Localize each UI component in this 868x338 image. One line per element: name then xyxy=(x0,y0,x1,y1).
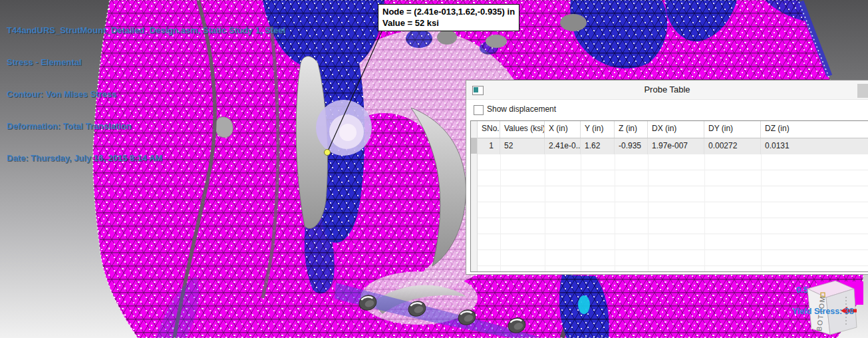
smooth-blob xyxy=(560,14,587,31)
cell-y: 1.62 xyxy=(581,138,615,154)
cell-x: 2.41e-0... xyxy=(545,138,581,154)
annotation-contour: Contour: Von Mises Stress xyxy=(7,89,285,100)
low-stress-blob xyxy=(406,29,432,48)
cell-dy: 0.00272 xyxy=(704,138,761,154)
column-header[interactable]: DY (in) xyxy=(704,121,761,138)
column-header[interactable]: Y (in) xyxy=(581,121,615,138)
column-divider xyxy=(615,154,615,271)
smooth-blob xyxy=(486,35,507,48)
annotation-result-type: Stress - Elemental xyxy=(7,57,285,68)
probe-results-table[interactable]: SNo. Values (ksi) X (in) Y (in) Z (in) D… xyxy=(470,120,868,272)
annotation-deformation: Deformation: Total Translation xyxy=(7,121,285,132)
result-annotation-block: T44andURS_StrutMount_Detailed_Design.asm… xyxy=(7,4,285,185)
column-header[interactable]: X (in) xyxy=(545,121,581,138)
smooth-blob xyxy=(437,30,457,45)
column-header[interactable]: Z (in) xyxy=(615,121,648,138)
table-empty-area xyxy=(478,154,868,271)
column-divider xyxy=(545,154,545,271)
cell-z: -0.935 xyxy=(615,138,648,154)
probe-tooltip-value-line: Value = 52 ksi xyxy=(382,17,515,29)
dialog-title: Probe Table xyxy=(466,84,868,94)
legend-value-fragment-left: 0.5 xyxy=(796,285,808,295)
annotation-date: Date: Thursday, July 16, 2015 8:14 AM xyxy=(7,153,285,164)
cell-sno: 1 xyxy=(478,138,500,154)
transition-contour xyxy=(339,124,357,141)
column-divider xyxy=(648,154,649,271)
cell-dz: 0.0131 xyxy=(761,138,868,154)
column-divider xyxy=(581,154,581,271)
annotation-model-title: T44andURS_StrutMount_Detailed_Design.asm… xyxy=(7,25,285,36)
column-header[interactable]: Values (ksi) xyxy=(500,121,545,138)
cell-dx: 1.97e-007 xyxy=(648,138,704,154)
yield-stress-label: Yield Stress: 38 xyxy=(792,307,854,316)
probe-table-dialog: Probe Table Show displacement SNo. Value… xyxy=(466,80,868,275)
table-row-header-strip xyxy=(471,121,478,271)
show-displacement-checkbox[interactable] xyxy=(474,105,484,115)
show-displacement-label[interactable]: Show displacement xyxy=(487,104,556,114)
close-button[interactable] xyxy=(857,84,868,98)
probe-tooltip: Node = (2.41e-013,1.62,-0.935) in Value … xyxy=(378,4,519,31)
cell-values: 52 xyxy=(500,138,545,154)
column-divider xyxy=(761,154,762,271)
column-divider xyxy=(500,154,501,271)
table-header-row[interactable]: SNo. Values (ksi) X (in) Y (in) Z (in) D… xyxy=(478,121,868,138)
probe-tooltip-node-line: Node = (2.41e-013,1.62,-0.935) in xyxy=(382,6,515,17)
column-header[interactable]: SNo. xyxy=(478,121,500,138)
column-divider xyxy=(704,154,705,271)
column-header[interactable]: DZ (in) xyxy=(761,121,868,138)
column-header[interactable]: DX (in) xyxy=(648,121,704,138)
probe-marker xyxy=(325,150,331,156)
table-row[interactable]: 1 52 2.41e-0... 1.62 -0.935 1.97e-007 0.… xyxy=(478,138,868,154)
fea-application-viewport: 0.5 8 BOTTOM Yield Stress: 38 T44andURS_… xyxy=(0,0,868,338)
probe-table-titlebar[interactable]: Probe Table xyxy=(466,81,868,100)
min-stress-spot-cyan xyxy=(578,295,590,314)
